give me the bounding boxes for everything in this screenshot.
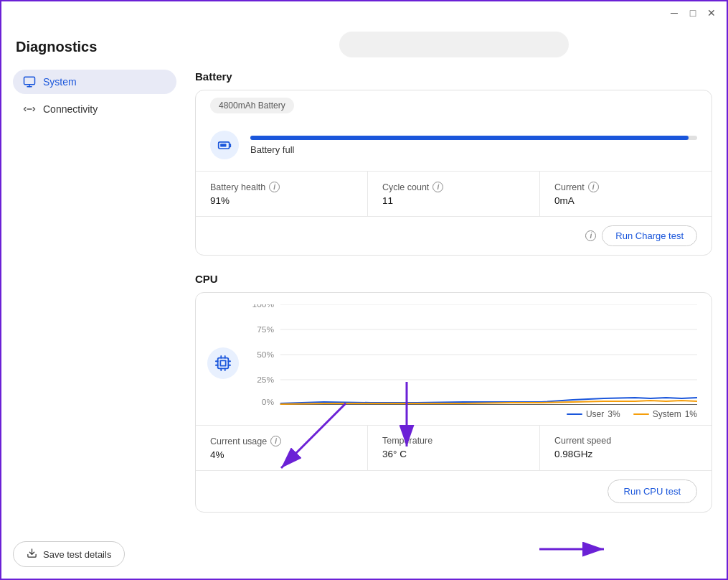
battery-health-cell: Battery health i 91%: [196, 172, 368, 216]
battery-action-row: i Run Charge test: [196, 217, 712, 255]
svg-text:75%: 75%: [257, 325, 274, 334]
cpu-temperature-cell: Temperature 36° C: [368, 426, 540, 470]
legend-user-value: 3%: [608, 409, 620, 419]
legend-system: System 1%: [633, 409, 697, 419]
battery-icon: [210, 131, 239, 159]
cpu-section-title: CPU: [195, 273, 712, 285]
battery-header: 4800mAh Battery: [196, 90, 712, 121]
search-bar-wrap: [195, 32, 712, 57]
save-test-details-button[interactable]: Save test details: [13, 541, 125, 567]
cpu-chart-svg: 100% 75% 50% 25% 0%: [246, 304, 697, 405]
battery-bar-fill: [250, 136, 689, 140]
cpu-usage-info-icon[interactable]: i: [270, 436, 281, 446]
legend-user: User 3%: [567, 409, 620, 419]
battery-card: 4800mAh Battery Battery full: [195, 90, 712, 256]
chart-grid: 100% 75% 50% 25% 0%: [246, 304, 697, 405]
cpu-usage-cell: Current usage i 4%: [196, 426, 368, 470]
sidebar-item-system-label: System: [43, 76, 77, 88]
cpu-usage-label: Current usage i: [210, 436, 353, 446]
svg-text:100%: 100%: [252, 304, 275, 309]
legend-user-label: User: [586, 409, 604, 419]
battery-health-value: 91%: [210, 195, 353, 206]
cpu-speed-cell: Current speed 0.98GHz: [540, 426, 712, 470]
cpu-action-row: Run CPU test: [196, 471, 712, 512]
battery-stats-row: Battery health i 91% Cycle count i 11 Cu…: [196, 172, 712, 217]
legend-user-line: [567, 413, 582, 415]
current-cell: Current i 0mA: [540, 172, 712, 216]
monitor-icon: [23, 75, 36, 88]
download-icon: [27, 548, 37, 561]
maximize-button[interactable]: □: [684, 4, 702, 22]
svg-rect-5: [220, 144, 226, 146]
cpu-chart-wrap: 100% 75% 50% 25% 0%: [196, 293, 712, 426]
battery-status-text: Battery full: [250, 144, 697, 155]
cpu-temperature-value: 36° C: [382, 449, 525, 459]
battery-bar-bg: [250, 136, 697, 140]
sidebar-item-system[interactable]: System: [13, 70, 176, 94]
cpu-chart-area: 100% 75% 50% 25% 0%: [246, 304, 697, 419]
search-bar[interactable]: [339, 32, 569, 57]
minimize-button[interactable]: ─: [665, 4, 684, 22]
cpu-temperature-label: Temperature: [382, 436, 525, 446]
svg-text:25%: 25%: [257, 375, 274, 384]
battery-badge: 4800mAh Battery: [210, 98, 294, 113]
current-label: Current i: [554, 182, 697, 192]
cpu-card: 100% 75% 50% 25% 0%: [195, 292, 712, 513]
close-button[interactable]: ✕: [702, 4, 721, 22]
cycle-count-value: 11: [382, 195, 525, 206]
cpu-usage-value: 4%: [210, 449, 353, 460]
charge-test-info-icon[interactable]: i: [585, 230, 596, 241]
run-cpu-test-button[interactable]: Run CPU test: [608, 480, 697, 503]
svg-text:50%: 50%: [257, 350, 274, 359]
cycle-count-label: Cycle count i: [382, 182, 525, 192]
sidebar: Diagnostics System Connectivity: [1, 24, 188, 580]
battery-section-title: Battery: [195, 70, 712, 83]
legend-system-label: System: [653, 409, 681, 419]
cpu-stats-row: Current usage i 4% Temperature 36° C Cur…: [196, 426, 712, 471]
run-charge-test-button[interactable]: Run Charge test: [602, 225, 697, 246]
app-title: Diagnostics: [13, 39, 176, 55]
title-bar: ─ □ ✕: [1, 1, 727, 24]
legend-system-line: [633, 413, 649, 415]
current-value: 0mA: [554, 195, 697, 206]
connectivity-icon: [23, 103, 36, 116]
app-body: Diagnostics System Connectivity: [1, 24, 727, 580]
svg-rect-0: [24, 77, 35, 85]
battery-health-label: Battery health i: [210, 182, 353, 192]
svg-rect-7: [220, 360, 225, 365]
svg-rect-6: [218, 358, 229, 369]
current-info-icon[interactable]: i: [588, 182, 599, 192]
cpu-icon: [207, 347, 239, 379]
chart-legend: User 3% System 1%: [246, 409, 697, 419]
cpu-speed-label: Current speed: [554, 436, 697, 446]
svg-text:0%: 0%: [262, 398, 274, 405]
main-content: Battery 4800mAh Battery Battery f: [188, 24, 727, 580]
sidebar-bottom: Save test details: [13, 541, 176, 567]
sidebar-item-connectivity-label: Connectivity: [43, 103, 98, 115]
cycle-count-info-icon[interactable]: i: [432, 182, 443, 192]
cpu-speed-value: 0.98GHz: [554, 449, 697, 459]
cycle-count-cell: Cycle count i 11: [368, 172, 540, 216]
legend-system-value: 1%: [685, 409, 697, 419]
battery-status-row: Battery full: [196, 122, 712, 172]
battery-bar-wrap: Battery full: [250, 136, 697, 155]
sidebar-item-connectivity[interactable]: Connectivity: [13, 97, 176, 121]
save-btn-label: Save test details: [43, 549, 111, 560]
battery-health-info-icon[interactable]: i: [269, 182, 280, 192]
